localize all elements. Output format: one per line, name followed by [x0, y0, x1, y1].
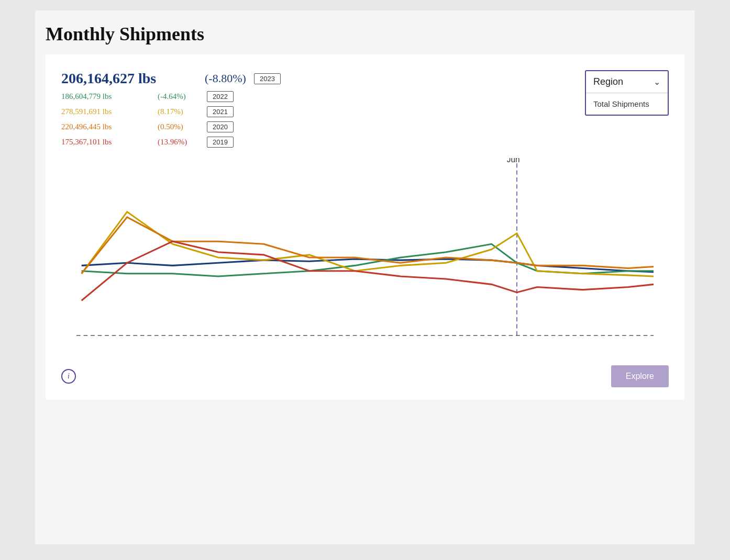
svg-text:Jun: Jun [507, 158, 520, 164]
chevron-down-icon: ⌄ [654, 77, 660, 87]
info-icon[interactable]: i [61, 369, 76, 384]
stat-row-2022: 186,604,779 lbs (-4.64%) 2022 [61, 91, 281, 102]
region-dropdown[interactable]: Region ⌄ Total Shipments [585, 70, 669, 116]
stat-pct-2021: (8.17%) [158, 107, 200, 116]
region-dropdown-header[interactable]: Region ⌄ [586, 71, 668, 93]
stat-row-2021: 278,591,691 lbs (8.17%) 2021 [61, 106, 281, 117]
explore-button[interactable]: Explore [611, 365, 669, 387]
stat-value-2020: 220,496,445 lbs [61, 122, 150, 131]
stat-value-2021: 278,591,691 lbs [61, 107, 150, 116]
stat-row-2019: 175,367,101 lbs (13.96%) 2019 [61, 137, 281, 148]
year-badge-2019[interactable]: 2019 [207, 137, 234, 148]
stat-pct-2022: (-4.64%) [158, 92, 200, 101]
stat-pct-2020: (0.50%) [158, 122, 200, 131]
bottom-row: i Explore [61, 365, 669, 387]
stat-row-2020: 220,496,445 lbs (0.50%) 2020 [61, 121, 281, 132]
line-chart: Jun [61, 158, 669, 357]
chart-container: Jun [61, 158, 669, 357]
stat-pct-2019: (13.96%) [158, 138, 200, 147]
stat-value-2019: 175,367,101 lbs [61, 138, 150, 147]
region-selected-value: Total Shipments [586, 93, 668, 115]
inner-card: 206,164,627 lbs (-8.80%) 2023 186,604,77… [46, 54, 684, 400]
stat-pct-2023: (-8.80%) [205, 72, 247, 85]
outer-card: Monthly Shipments 206,164,627 lbs (-8.80… [35, 10, 695, 544]
year-badge-2020[interactable]: 2020 [207, 121, 234, 132]
stats-region-row: 206,164,627 lbs (-8.80%) 2023 186,604,77… [61, 70, 669, 148]
stat-value-2022: 186,604,779 lbs [61, 92, 150, 101]
year-badge-2023[interactable]: 2023 [254, 73, 281, 84]
year-badge-2021[interactable]: 2021 [207, 106, 234, 117]
year-badge-2022[interactable]: 2022 [207, 91, 234, 102]
stat-row-2023: 206,164,627 lbs (-8.80%) 2023 [61, 70, 281, 87]
region-label: Region [593, 76, 623, 87]
stat-value-2023: 206,164,627 lbs [61, 70, 197, 87]
page-title: Monthly Shipments [46, 23, 684, 45]
stats-column: 206,164,627 lbs (-8.80%) 2023 186,604,77… [61, 70, 281, 148]
